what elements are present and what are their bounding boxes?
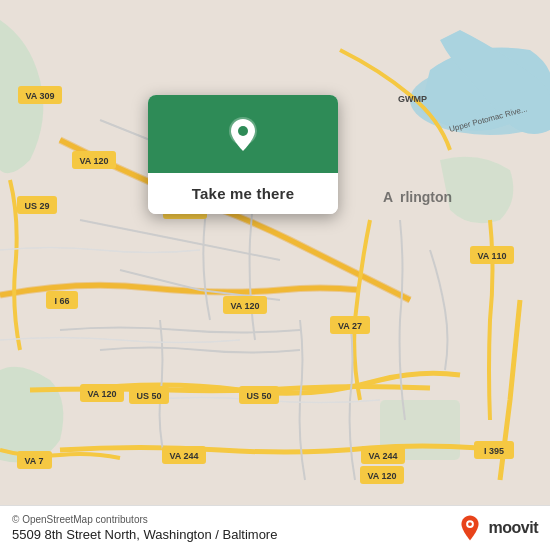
- svg-text:VA 7: VA 7: [24, 456, 43, 466]
- moovit-logo: moovit: [456, 514, 538, 542]
- svg-text:VA 309: VA 309: [25, 91, 54, 101]
- svg-text:VA 244: VA 244: [169, 451, 198, 461]
- svg-text:VA 120: VA 120: [230, 301, 259, 311]
- location-pin-icon: [221, 113, 265, 157]
- svg-text:VA 244: VA 244: [368, 451, 397, 461]
- popup-card: Take me there: [148, 95, 338, 214]
- svg-text:A: A: [383, 189, 393, 205]
- bottom-bar: © OpenStreetMap contributors 5509 8th St…: [0, 505, 550, 550]
- svg-text:VA 110: VA 110: [477, 251, 506, 261]
- svg-text:I 66: I 66: [54, 296, 69, 306]
- svg-point-44: [468, 522, 472, 526]
- moovit-pin-icon: [456, 514, 484, 542]
- svg-text:rlington: rlington: [400, 189, 452, 205]
- svg-text:VA 120: VA 120: [79, 156, 108, 166]
- svg-text:VA 120: VA 120: [367, 471, 396, 481]
- svg-point-42: [238, 126, 248, 136]
- bottom-info: © OpenStreetMap contributors 5509 8th St…: [12, 514, 277, 542]
- svg-text:GWMP: GWMP: [398, 94, 427, 104]
- moovit-brand-text: moovit: [489, 519, 538, 537]
- map-container: VA 309 VA 120 US 29 VA 120 I 66 VA 120 V…: [0, 0, 550, 550]
- address-text: 5509 8th Street North, Washington / Balt…: [12, 527, 277, 542]
- popup-top: [148, 95, 338, 173]
- map-background: VA 309 VA 120 US 29 VA 120 I 66 VA 120 V…: [0, 0, 550, 550]
- svg-text:VA 120: VA 120: [87, 389, 116, 399]
- svg-text:I 395: I 395: [484, 446, 504, 456]
- svg-text:US 29: US 29: [24, 201, 49, 211]
- take-me-there-button[interactable]: Take me there: [148, 173, 338, 214]
- osm-attribution: © OpenStreetMap contributors: [12, 514, 277, 525]
- svg-text:US 50: US 50: [246, 391, 271, 401]
- svg-text:US 50: US 50: [136, 391, 161, 401]
- svg-text:VA 27: VA 27: [338, 321, 362, 331]
